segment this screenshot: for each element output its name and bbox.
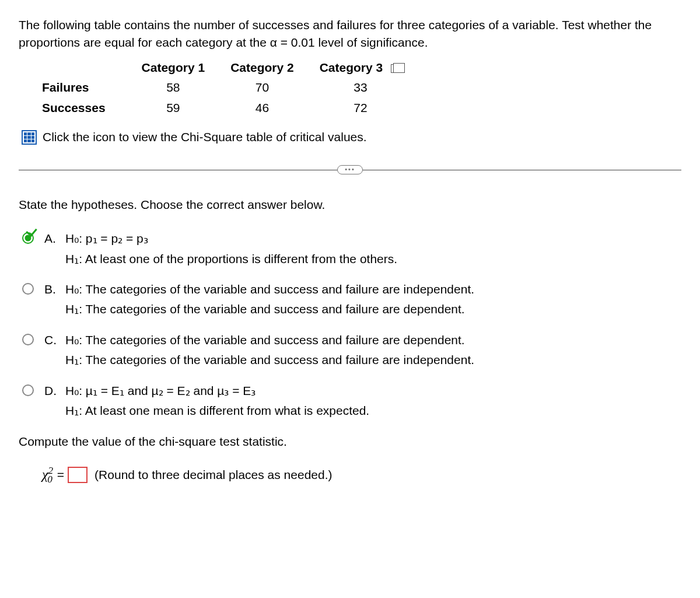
compute-question: Compute the value of the chi-square test… <box>19 433 681 450</box>
chi-square-table-icon[interactable] <box>22 130 37 145</box>
question-intro: The following table contains the number … <box>19 16 681 52</box>
option-c-line1: H₀: The categories of the variable and s… <box>65 331 681 349</box>
option-a[interactable]: A. H₀: p₁ = p₂ = p₃ H₁: At least one of … <box>22 230 681 268</box>
option-a-line1: H₀: p₁ = p₂ = p₃ <box>65 230 681 247</box>
th-cat1: Category 1 <box>129 58 218 78</box>
option-d-line2: H₁: At least one mean is different from … <box>65 402 681 419</box>
cell: 58 <box>129 78 218 97</box>
cell: 72 <box>307 98 414 118</box>
table-row: Successes 59 46 72 <box>42 98 414 118</box>
rounding-hint: (Round to three decimal places as needed… <box>94 466 332 484</box>
option-letter: D. <box>44 382 58 420</box>
option-b-line2: H₁: The categories of the variable and s… <box>65 300 681 318</box>
th-cat3: Category 3 <box>307 58 414 78</box>
popup-icon[interactable] <box>391 64 401 73</box>
row-label-successes: Successes <box>42 98 129 118</box>
option-d[interactable]: D. H₀: µ₁ = E₁ and µ₂ = E₂ and µ₃ = E₃ H… <box>22 382 681 420</box>
radio-d[interactable] <box>22 384 34 396</box>
equals-sign: = <box>57 466 64 484</box>
option-d-line1: H₀: µ₁ = E₁ and µ₂ = E₂ and µ₃ = E₃ <box>65 382 681 400</box>
section-divider: ••• <box>19 170 681 170</box>
checkmark-icon <box>26 225 37 237</box>
cell: 46 <box>218 98 307 118</box>
th-cat2: Category 2 <box>218 58 307 78</box>
option-letter: A. <box>44 230 58 268</box>
data-table: Category 1 Category 2 Category 3 Failure… <box>42 58 414 118</box>
expand-pill[interactable]: ••• <box>337 165 363 174</box>
chi-symbol: χ20 <box>42 463 52 487</box>
th-blank <box>42 58 129 78</box>
option-b[interactable]: B. H₀: The categories of the variable an… <box>22 281 681 319</box>
chi-square-link-text[interactable]: Click the icon to view the Chi-Square ta… <box>43 128 367 146</box>
option-a-line2: H₁: At least one of the proportions is d… <box>65 250 681 268</box>
option-b-line1: H₀: The categories of the variable and s… <box>65 281 681 298</box>
cell: 33 <box>307 78 414 97</box>
hypotheses-question: State the hypotheses. Choose the correct… <box>19 196 681 214</box>
row-label-failures: Failures <box>42 78 129 97</box>
radio-a[interactable] <box>22 232 34 244</box>
option-letter: C. <box>44 331 58 369</box>
radio-b[interactable] <box>22 283 34 295</box>
table-row: Failures 58 70 33 <box>42 78 414 97</box>
cell: 59 <box>129 98 218 118</box>
chi-square-input[interactable] <box>68 467 88 483</box>
cell: 70 <box>218 78 307 97</box>
option-c-line2: H₁: The categories of the variable and s… <box>65 351 681 369</box>
option-letter: B. <box>44 281 58 319</box>
option-c[interactable]: C. H₀: The categories of the variable an… <box>22 331 681 369</box>
radio-c[interactable] <box>22 334 34 345</box>
